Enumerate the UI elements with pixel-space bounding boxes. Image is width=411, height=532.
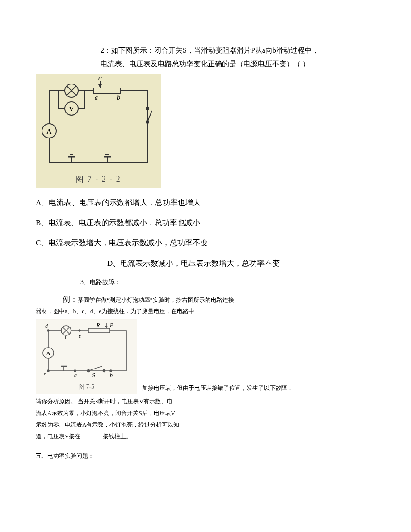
- figure-7-2-2: P a b V A 图 7 - 2 - 2: [36, 74, 161, 188]
- label-P2: P: [109, 322, 113, 328]
- label-b: b: [117, 94, 120, 101]
- label-L: L: [64, 335, 67, 341]
- figure-7-5-caption: 图 7-5: [39, 381, 133, 393]
- example-label: 例：: [63, 295, 78, 304]
- question-3-heading: 3、电路故障：: [80, 277, 375, 287]
- label-P: P: [97, 77, 102, 81]
- svg-marker-7: [98, 84, 102, 88]
- svg-line-41: [88, 366, 102, 371]
- question-2-options: A、电流表、电压表的示数都增大，总功率也增大 B、电流表、电压表的示数都减小，总…: [36, 197, 375, 269]
- svg-point-44: [47, 370, 49, 372]
- q3-line-3: 道，电压表V接在接线柱上。: [36, 431, 375, 442]
- option-A: A、电流表、电压表的示数都增大，总功率也增大: [36, 197, 375, 209]
- question-3-example: 例：某同学在做“测定小灯泡功率”实验时，按右图所示的电路连接: [63, 293, 375, 306]
- fill-blank: [80, 431, 103, 438]
- option-B: B、电流表、电压表的示数都减小，总功率也减小: [36, 217, 375, 229]
- q3-line-0: 请你分析原因。 当开关S断开时，电压表V有示数、电: [36, 396, 375, 407]
- svg-point-46: [110, 370, 112, 372]
- q2-line1: 2：如下图所示：闭合开关S，当滑动变阻器滑片P从a向b滑动过程中，: [101, 45, 375, 56]
- example-line1: 某同学在做“测定小灯泡功率”实验时，按右图所示的电路连接: [78, 297, 234, 303]
- q3-line-2: 示数为零、电流表A有示数，小灯泡亮，经过分析可以知: [36, 419, 375, 431]
- svg-rect-31: [88, 328, 110, 333]
- label-V: V: [69, 105, 74, 113]
- question-3-body: 器材，图中a、b、c、d、e为接线柱．为了测量电压，在电路中: [36, 306, 375, 462]
- svg-point-40: [103, 370, 105, 372]
- q2-line2: 电流表、电压表及电路总功率变化正确的是（电源电压不变）（ ）: [101, 58, 375, 70]
- option-D: D、电流表示数减小，电压表示数增大，总功率不变: [36, 257, 375, 269]
- svg-point-10: [146, 107, 149, 110]
- svg-point-42: [47, 330, 49, 331]
- label-b2: b: [110, 372, 113, 378]
- label-e: e: [44, 370, 46, 377]
- label-S: S: [92, 372, 96, 378]
- label-a2: a: [74, 372, 77, 378]
- svg-line-11: [147, 111, 152, 122]
- figure-7-2-2-caption: 图 7 - 2 - 2: [40, 173, 156, 186]
- question-2-stem: 2：如下图所示：闭合开关S，当滑动变阻器滑片P从a向b滑动过程中， 电流表、电压…: [101, 45, 375, 69]
- svg-point-43: [79, 330, 80, 331]
- label-R: R: [96, 322, 100, 328]
- label-d: d: [45, 323, 48, 329]
- svg-point-45: [74, 370, 76, 372]
- svg-marker-34: [105, 326, 108, 328]
- option-C: C、电流表示数增大，电压表示数减小，总功率不变: [36, 237, 375, 249]
- label-c: c: [79, 333, 81, 339]
- after-figure-text: 加接电压表，但由于电压表接错了位置，发生了以下故障．: [142, 382, 293, 394]
- figure-7-5: d c e a b L S R P A 图 7-5: [36, 319, 137, 394]
- example-line2: 器材，图中a、b、c、d、e为接线柱．为了测量电压，在电路中: [36, 306, 375, 317]
- q3-line-1: 流表A示数为零，小灯泡不亮，闭合开关S后，电压表V: [36, 407, 375, 419]
- label-a: a: [95, 94, 98, 101]
- svg-rect-5: [94, 88, 121, 93]
- label-A: A: [47, 128, 52, 135]
- section-5-heading: 五、电功率实验问题：: [36, 450, 375, 462]
- label-A2: A: [46, 350, 50, 356]
